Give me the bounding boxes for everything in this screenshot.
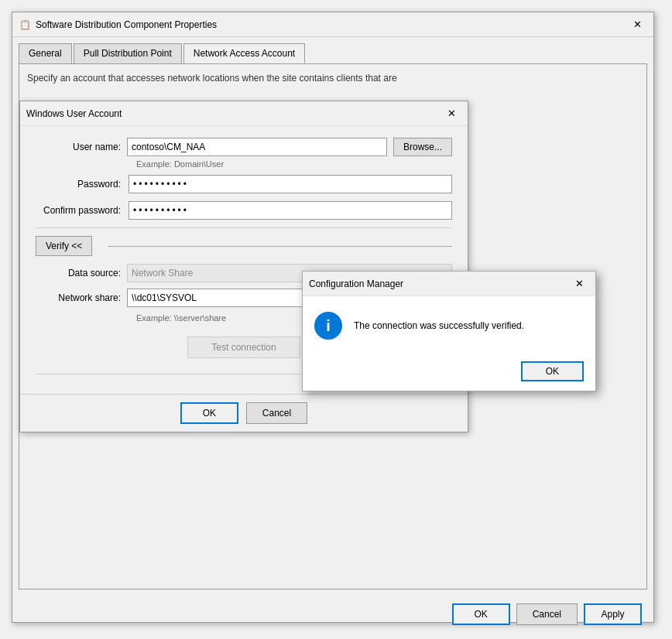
tab-network-access[interactable]: Network Access Account (183, 43, 305, 63)
test-connection-button[interactable]: Test connection (187, 337, 300, 358)
config-footer: OK (303, 355, 595, 391)
user-dialog-footer: OK Cancel (20, 394, 468, 432)
browse-button[interactable]: Browse... (393, 138, 452, 156)
tabs-bar: General Pull Distribution Point Network … (12, 37, 653, 63)
password-input[interactable] (129, 175, 452, 193)
config-close-button[interactable]: ✕ (569, 276, 589, 292)
config-title: Configuration Manager (309, 278, 403, 289)
main-window-controls: ✕ (627, 17, 647, 32)
main-cancel-button[interactable]: Cancel (516, 603, 578, 625)
verify-row: Verify << (20, 236, 468, 256)
user-cancel-button[interactable]: Cancel (246, 402, 307, 424)
password-row: Password: (20, 175, 468, 193)
main-title: 📋 Software Distribution Component Proper… (19, 19, 217, 31)
main-title-text: Software Distribution Component Properti… (36, 19, 217, 30)
main-titlebar: 📋 Software Distribution Component Proper… (12, 12, 653, 37)
main-close-button[interactable]: ✕ (627, 17, 647, 32)
tab-general[interactable]: General (19, 43, 72, 63)
user-account-controls: ✕ (441, 106, 461, 121)
main-ok-button[interactable]: OK (452, 603, 510, 625)
tab-description: Specify an account that accesses network… (27, 72, 639, 85)
verify-separator (108, 246, 452, 247)
info-icon-text: i (326, 317, 331, 335)
username-hint: Example: Domain\User (121, 159, 468, 169)
user-account-title: Windows User Account (26, 108, 122, 119)
password-label: Password: (36, 179, 129, 190)
config-ok-button[interactable]: OK (521, 361, 584, 381)
config-titlebar: Configuration Manager ✕ (303, 272, 595, 296)
main-apply-button[interactable]: Apply (584, 603, 642, 625)
confirm-password-row: Confirm password: (20, 201, 468, 220)
tab-pull-dist[interactable]: Pull Distribution Point (74, 43, 182, 63)
verify-button[interactable]: Verify << (36, 236, 92, 256)
username-row: User name: Browse... (20, 138, 468, 156)
confirm-password-label: Confirm password: (36, 205, 129, 216)
username-input[interactable] (127, 138, 387, 156)
user-account-close-button[interactable]: ✕ (441, 106, 461, 121)
config-body: i The connection was successfully verifi… (303, 296, 595, 355)
config-manager-dialog: Configuration Manager ✕ i The connection… (302, 271, 596, 391)
data-source-label: Data source: (36, 268, 121, 278)
divider-1 (36, 227, 452, 228)
username-label: User name: (36, 142, 121, 152)
config-message: The connection was successfully verified… (354, 319, 524, 333)
main-dialog-icon: 📋 (19, 19, 31, 31)
user-ok-button[interactable]: OK (180, 402, 238, 424)
user-account-titlebar: Windows User Account ✕ (20, 101, 468, 126)
info-icon: i (314, 312, 342, 340)
main-dialog-footer: OK Cancel Apply (12, 596, 653, 633)
network-share-label: Network share: (36, 292, 121, 303)
confirm-password-input[interactable] (129, 201, 452, 220)
